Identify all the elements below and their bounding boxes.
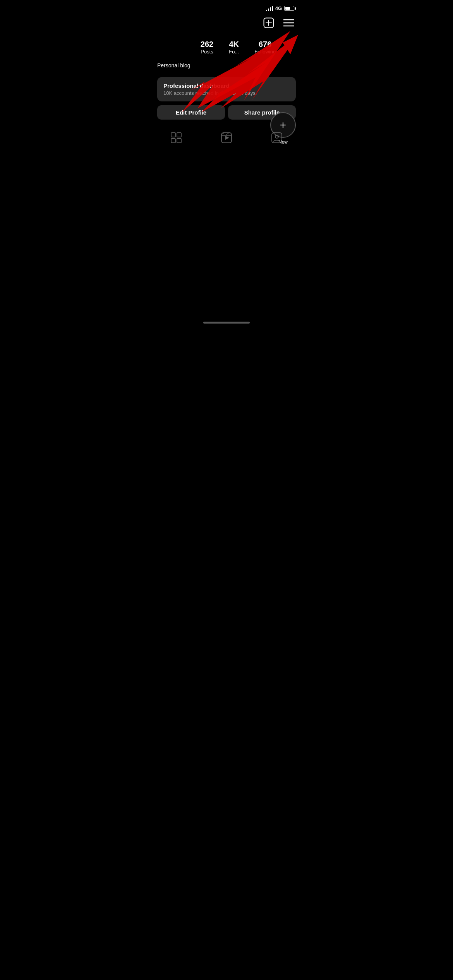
pro-dashboard-subtitle: 10K accounts reached in the last 30 days… [163,90,290,96]
posts-count: 262 [201,40,213,49]
battery-icon [284,6,294,11]
network-type: 4G [275,5,282,11]
following-stat[interactable]: 676 Following [254,40,276,55]
svg-rect-12 [177,139,181,143]
professional-dashboard[interactable]: Professional dashboard 10K accounts reac… [157,77,296,101]
bio-personal-blog: Personal blog [157,62,296,69]
followers-count: 4K [229,40,239,49]
tagged-tab[interactable] [269,130,285,146]
svg-rect-11 [171,139,175,143]
home-indicator [203,322,250,324]
svg-marker-14 [225,136,229,140]
grid-tab[interactable] [168,130,184,146]
hamburger-menu-button[interactable] [282,16,296,30]
followers-label: Fo... [229,49,239,55]
plus-icon: + [280,120,286,130]
bio-section: Personal blog [151,58,302,71]
top-nav [151,14,302,34]
svg-rect-10 [177,133,181,137]
svg-rect-9 [171,133,175,137]
pro-dashboard-title: Professional dashboard [163,82,290,89]
status-bar: 4G [151,0,302,14]
profile-stats: 262 Posts 4K Fo... 676 Following [174,34,302,58]
edit-profile-button[interactable]: Edit Profile [157,105,225,120]
following-label: Following [254,49,276,55]
posts-label: Posts [201,49,213,55]
posts-stat[interactable]: 262 Posts [201,40,213,55]
signal-bars-icon [266,6,273,11]
add-post-button[interactable] [262,16,276,30]
followers-stat[interactable]: 4K Fo... [229,40,239,55]
svg-rect-18 [272,133,282,143]
following-count: 676 [259,40,271,49]
reels-tab[interactable] [219,130,234,146]
svg-point-19 [275,135,278,138]
